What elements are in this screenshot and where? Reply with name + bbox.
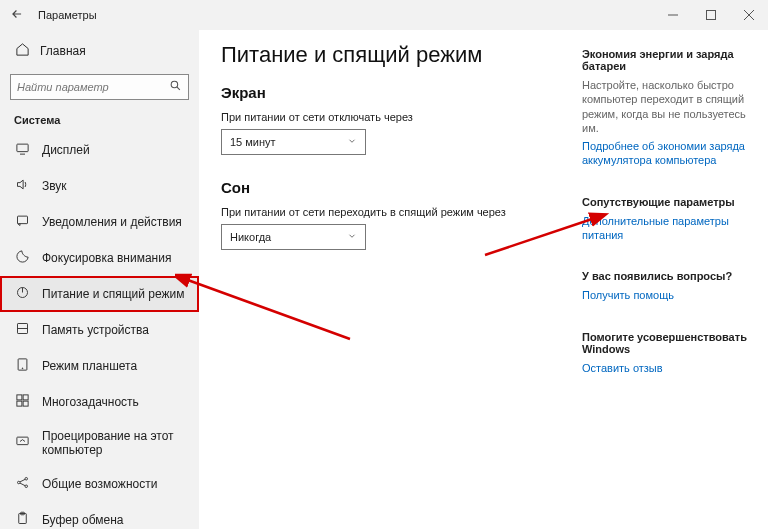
svg-rect-6 bbox=[16, 144, 27, 152]
sidebar-item-projecting[interactable]: Проецирование на этот компьютер bbox=[0, 420, 199, 466]
sleep-select[interactable]: Никогда bbox=[221, 224, 366, 250]
display-icon bbox=[14, 141, 30, 159]
maximize-button[interactable] bbox=[692, 0, 730, 30]
sidebar-item-label: Фокусировка внимания bbox=[42, 251, 171, 265]
svg-rect-8 bbox=[17, 216, 27, 224]
sidebar-item-label: Общие возможности bbox=[42, 477, 157, 491]
screen-off-value: 15 минут bbox=[230, 136, 276, 148]
sound-icon bbox=[14, 177, 30, 195]
sidebar-item-sound[interactable]: Звук bbox=[0, 168, 199, 204]
sidebar-item-label: Звук bbox=[42, 179, 67, 193]
feedback-title: Помогите усовершенствовать Windows bbox=[582, 331, 750, 355]
sidebar-item-shared[interactable]: Общие возможности bbox=[0, 466, 199, 502]
sidebar-item-label: Проецирование на этот компьютер bbox=[42, 429, 185, 457]
sleep-label: При питании от сети переходить в спящий … bbox=[221, 206, 562, 218]
notifications-icon bbox=[14, 213, 30, 231]
svg-rect-15 bbox=[16, 395, 21, 400]
search-field[interactable] bbox=[17, 81, 169, 93]
sidebar-item-label: Память устройства bbox=[42, 323, 149, 337]
sidebar-item-storage[interactable]: Память устройства bbox=[0, 312, 199, 348]
sleep-value: Никогда bbox=[230, 231, 271, 243]
related-link[interactable]: Дополнительные параметры питания bbox=[582, 214, 750, 243]
back-icon[interactable] bbox=[10, 7, 26, 24]
sidebar-section-title: Система bbox=[0, 104, 199, 132]
svg-point-21 bbox=[25, 478, 28, 481]
energy-link[interactable]: Подробнее об экономии заряда аккумулятор… bbox=[582, 139, 750, 168]
svg-point-22 bbox=[25, 485, 28, 488]
related-title: Сопутствующие параметры bbox=[582, 196, 750, 208]
svg-point-20 bbox=[17, 481, 20, 484]
sidebar-item-multitask[interactable]: Многозадачность bbox=[0, 384, 199, 420]
close-button[interactable] bbox=[730, 0, 768, 30]
svg-rect-19 bbox=[16, 437, 27, 445]
focus-icon bbox=[14, 249, 30, 267]
energy-desc: Настройте, насколько быстро компьютер пе… bbox=[582, 78, 750, 135]
svg-rect-16 bbox=[23, 395, 28, 400]
search-icon bbox=[169, 79, 182, 95]
screen-off-select[interactable]: 15 минут bbox=[221, 129, 366, 155]
energy-title: Экономия энергии и заряда батареи bbox=[582, 48, 750, 72]
svg-point-4 bbox=[171, 81, 178, 88]
sidebar-item-notifications[interactable]: Уведомления и действия bbox=[0, 204, 199, 240]
sidebar-item-tablet[interactable]: Режим планшета bbox=[0, 348, 199, 384]
storage-icon bbox=[14, 321, 30, 339]
page-title: Питание и спящий режим bbox=[221, 42, 562, 68]
window-title: Параметры bbox=[38, 9, 97, 21]
power-icon bbox=[14, 285, 30, 303]
project-icon bbox=[14, 434, 30, 452]
help-title: У вас появились вопросы? bbox=[582, 270, 750, 282]
screen-heading: Экран bbox=[221, 84, 562, 101]
shared-icon bbox=[14, 475, 30, 493]
help-link[interactable]: Получить помощь bbox=[582, 288, 674, 302]
search-input[interactable] bbox=[10, 74, 189, 100]
sleep-heading: Сон bbox=[221, 179, 562, 196]
sidebar-item-label: Питание и спящий режим bbox=[42, 287, 185, 301]
sidebar-item-label: Режим планшета bbox=[42, 359, 137, 373]
sidebar-home-label: Главная bbox=[40, 44, 86, 58]
titlebar: Параметры bbox=[0, 0, 768, 30]
sidebar-item-focus[interactable]: Фокусировка внимания bbox=[0, 240, 199, 276]
clipboard-icon bbox=[14, 511, 30, 529]
sidebar-item-label: Буфер обмена bbox=[42, 513, 124, 527]
sidebar-item-label: Уведомления и действия bbox=[42, 215, 182, 229]
tablet-icon bbox=[14, 357, 30, 375]
svg-point-14 bbox=[22, 368, 23, 369]
sidebar-item-label: Дисплей bbox=[42, 143, 90, 157]
sidebar-home[interactable]: Главная bbox=[0, 36, 199, 66]
svg-rect-18 bbox=[23, 401, 28, 406]
sidebar-item-clipboard[interactable]: Буфер обмена bbox=[0, 502, 199, 529]
screen-off-label: При питании от сети отключать через bbox=[221, 111, 562, 123]
sidebar-item-label: Многозадачность bbox=[42, 395, 139, 409]
sidebar-item-power[interactable]: Питание и спящий режим bbox=[0, 276, 199, 312]
home-icon bbox=[14, 42, 30, 60]
feedback-link[interactable]: Оставить отзыв bbox=[582, 361, 663, 375]
sidebar-item-display[interactable]: Дисплей bbox=[0, 132, 199, 168]
svg-line-5 bbox=[177, 87, 180, 90]
minimize-button[interactable] bbox=[654, 0, 692, 30]
chevron-down-icon bbox=[347, 231, 357, 243]
multitask-icon bbox=[14, 393, 30, 411]
sidebar: Главная Система Дисплей Звук bbox=[0, 30, 199, 529]
svg-rect-17 bbox=[16, 401, 21, 406]
chevron-down-icon bbox=[347, 136, 357, 148]
svg-rect-1 bbox=[707, 11, 716, 20]
